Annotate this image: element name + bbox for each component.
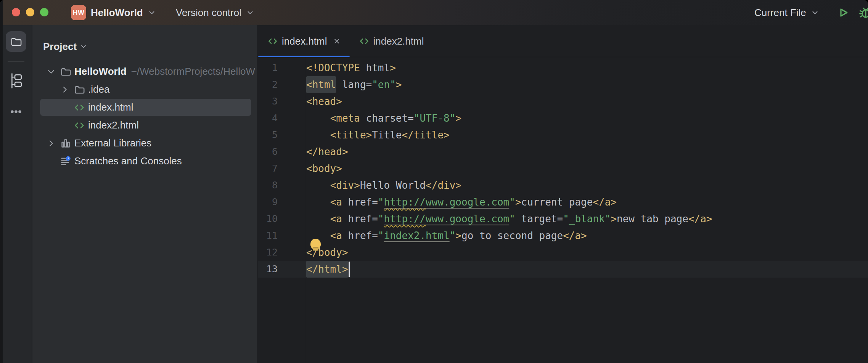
code-token: <a	[330, 230, 342, 241]
code-token-link[interactable]: http://	[384, 213, 426, 225]
run-configuration-widget[interactable]: Current File	[754, 0, 819, 25]
code-token: new tab page	[617, 213, 688, 225]
code-line[interactable]: <div>Hello World</div>	[305, 177, 868, 194]
folder-icon	[74, 84, 85, 95]
close-window-button[interactable]	[12, 8, 20, 16]
code-token: href=	[342, 230, 378, 241]
code-token: <!DOCTYPE	[306, 62, 366, 74]
code-token: >	[611, 213, 617, 225]
code-token: </a>	[593, 196, 617, 208]
code-token: <body>	[306, 163, 342, 174]
code-token	[306, 196, 330, 208]
tree-item-label: index.html	[88, 101, 133, 113]
tree-item-idea[interactable]: .idea	[32, 80, 257, 98]
code-token: </a>	[563, 230, 587, 241]
zoom-window-button[interactable]	[40, 8, 48, 16]
chevron-down-icon	[148, 8, 156, 17]
code-area[interactable]: <!DOCTYPE html><html lang="en"><head> <m…	[305, 59, 868, 278]
tree-item-index2-html[interactable]: index2.html	[32, 116, 257, 134]
code-token	[306, 213, 330, 225]
code-line[interactable]: <html lang="en">	[305, 76, 868, 93]
code-token: <head>	[306, 96, 342, 107]
code-token: href=	[342, 196, 378, 208]
version-control-widget[interactable]: Version control	[176, 0, 254, 25]
code-token: </title>	[402, 129, 449, 141]
code-token: "	[509, 213, 515, 225]
chevron-down-icon	[80, 43, 87, 50]
code-token[interactable]: www.google.com	[426, 213, 509, 225]
line-number: 10	[258, 210, 305, 227]
code-line[interactable]: </html>	[305, 261, 868, 278]
code-line[interactable]: <a href="index2.html">go to second page<…	[305, 227, 868, 244]
titlebar: HW HelloWorld Version control Current Fi…	[0, 0, 868, 25]
html-file-icon	[268, 36, 278, 46]
code-token	[306, 112, 330, 124]
code-token: </html>	[306, 261, 348, 278]
tree-item-external-libraries[interactable]: External Libraries	[32, 134, 257, 152]
project-panel-header[interactable]: Project	[32, 25, 257, 56]
code-token[interactable]: index2.html	[384, 230, 450, 241]
commit-tool-window-button[interactable]	[10, 73, 23, 89]
tool-window-strip	[0, 25, 32, 363]
code-token: lang=	[336, 79, 372, 90]
code-line[interactable]: <a href="http://www.google.com" target="…	[305, 210, 868, 227]
tree-item-helloworld[interactable]: HelloWorld~/WebstormProjects/HelloW	[32, 63, 257, 80]
html-icon	[74, 102, 85, 113]
code-token: >	[390, 62, 396, 74]
editor-tab-bar: index.htmlindex2.html	[258, 25, 868, 57]
html-file-icon	[359, 36, 369, 46]
more-icon	[10, 106, 23, 117]
tab-index-html[interactable]: index.html	[258, 25, 350, 57]
code-token: <a	[330, 196, 342, 208]
code-line[interactable]: <meta charset="UTF-8">	[305, 110, 868, 127]
project-tool-window-button[interactable]	[6, 31, 26, 52]
chevron-right-icon[interactable]	[60, 85, 70, 95]
code-token-link[interactable]: http://	[384, 196, 426, 208]
code-token: go to second page	[461, 230, 563, 241]
code-line[interactable]: </head>	[305, 143, 868, 160]
code-token: <title>	[330, 129, 372, 141]
code-token: Hello World	[360, 180, 426, 191]
line-number: 12	[258, 244, 305, 261]
line-number: 3	[258, 93, 305, 110]
tree-item-label: External Libraries	[74, 137, 151, 149]
code-line[interactable]: <!DOCTYPE html>	[305, 59, 868, 76]
project-panel: Project HelloWorld~/WebstormProjects/Hel…	[32, 25, 258, 363]
code-line[interactable]: <title>Title</title>	[305, 127, 868, 143]
line-number: 6	[258, 143, 305, 160]
panel-title: Project	[43, 41, 77, 53]
project-tree: HelloWorld~/WebstormProjects/HelloW.idea…	[32, 63, 257, 170]
code-token: "_blank"	[563, 213, 611, 225]
code-token: >	[455, 112, 461, 124]
minimize-window-button[interactable]	[26, 8, 34, 16]
code-line[interactable]: <head>	[305, 93, 868, 110]
editor-gutter: 12345678910111213	[258, 59, 305, 278]
tree-item-path: ~/WebstormProjects/HelloW	[131, 66, 255, 77]
code-token[interactable]: www.google.com	[426, 196, 509, 208]
toolstrip-divider	[8, 61, 24, 62]
tree-item-index-html[interactable]: index.html	[32, 98, 257, 116]
code-token	[306, 180, 330, 191]
code-line[interactable]: <a href="http://www.google.com">current …	[305, 194, 868, 210]
tree-item-scratches-and-consoles[interactable]: Scratches and Consoles	[32, 152, 257, 170]
run-button[interactable]	[837, 7, 849, 18]
intention-bulb-icon[interactable]	[310, 239, 321, 252]
text-caret	[349, 262, 350, 277]
code-token: "UTF-8"	[414, 112, 456, 124]
debug-button[interactable]	[859, 6, 868, 19]
tab-index2-html[interactable]: index2.html	[350, 25, 433, 57]
code-line[interactable]: <body>	[305, 160, 868, 177]
chevron-right-icon[interactable]	[46, 138, 56, 148]
project-widget[interactable]: HW HelloWorld	[71, 0, 156, 25]
line-number: 13	[258, 261, 305, 278]
code-line[interactable]: </body>	[305, 244, 868, 261]
editor[interactable]: 12345678910111213 <!DOCTYPE html><html l…	[258, 57, 868, 363]
close-tab-icon[interactable]	[333, 37, 341, 45]
chevron-down-icon[interactable]	[46, 67, 56, 77]
line-number: 11	[258, 227, 305, 244]
more-tool-windows-button[interactable]	[10, 106, 23, 117]
code-token: "	[450, 230, 456, 241]
line-number: 9	[258, 194, 305, 210]
code-token: </div>	[426, 180, 461, 191]
folder-icon	[10, 36, 22, 47]
